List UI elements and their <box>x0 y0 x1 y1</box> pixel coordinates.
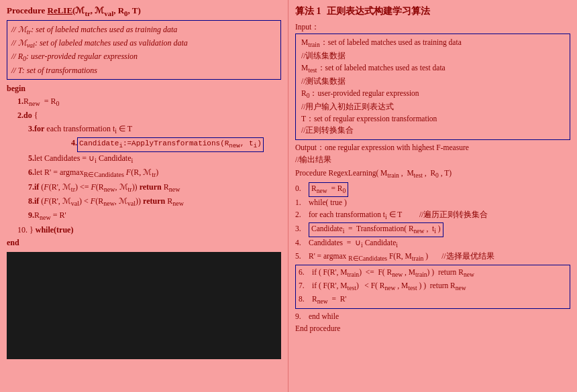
algo-num-0: 0. <box>295 183 306 195</box>
line-num-4: 4. <box>39 137 77 149</box>
algo-title-text: 正则表达式构建学习算法 <box>327 5 430 17</box>
comment-2: // ℳval: set of labeled matches used as … <box>11 37 276 50</box>
line-num-9: 9. <box>7 209 34 222</box>
algo-title-line: 算法 1 正则表达式构建学习算法 <box>295 5 570 17</box>
input-item-8: //正则转换集合 <box>301 125 564 137</box>
line-3: 3. for each transformation ti ∈ T <box>7 123 281 137</box>
algo-line-5: 5. R' = argmax R∈Candidates F(R, Mtrain … <box>295 251 570 264</box>
algo-line-1: 1. while( true ) <box>295 197 570 209</box>
line-5: 5. let Candidates = ∪i Candidatei <box>7 152 281 166</box>
line-text-6: let R' = argmaxR∈Candidates F(R, ℳtr) <box>34 166 158 180</box>
algo-num-7: 7. <box>299 280 309 292</box>
algo-line-6: 6. if ( F(R', Mtrain) <= F( Rnew , Mtrai… <box>299 267 567 280</box>
algo-text-6: if ( F(R', Mtrain) <= F( Rnew , Mtrain) … <box>312 267 474 280</box>
input-box: Mtrain：set of labeled matches used as tr… <box>295 34 570 140</box>
line-num-10: 10. <box>7 224 30 237</box>
line-num-6: 6. <box>7 166 34 179</box>
algo-num-8: 8. <box>299 293 309 306</box>
black-image-box <box>7 252 281 359</box>
algo-line-4: 4. Candidates = ∪i Candidatei <box>295 237 570 251</box>
left-panel: Procedure ReLIE(ℳtr, ℳval, R0, T) // ℳtr… <box>0 0 288 392</box>
input-label: Input： <box>295 21 570 34</box>
algo-num-2: 2. <box>295 209 306 221</box>
right-section: Input： Mtrain：set of labeled matches use… <box>295 21 570 335</box>
line-text-7: if (F(R', ℳtr) <= F(Rnew, ℳtr)) return R… <box>34 181 180 195</box>
procedure-line: Procedure RegexLearning( Mtrain , Mtest … <box>295 168 570 181</box>
algo-line-9: 9. end while <box>295 311 570 323</box>
algo-text-5: R' = argmax R∈Candidates F(R, Mtrain ) /… <box>309 251 494 264</box>
line-text-9: Rnew = R' <box>34 209 66 223</box>
line-num-7: 7. <box>7 181 34 194</box>
algo-num-3: 3. <box>295 223 306 235</box>
line-10: 10. } while(true) <box>7 224 281 237</box>
line-text-8: if (F(R', ℳval) < F(Rnew, ℳval)) return … <box>34 195 184 209</box>
line-7: 7. if (F(R', ℳtr) <= F(Rnew, ℳtr)) retur… <box>7 181 281 195</box>
algo-text-3-boxed: Candidatei = Transformation( Rnew , ti ) <box>309 222 443 237</box>
lines-6-8-box: 6. if ( F(R', Mtrain) <= F( Rnew , Mtrai… <box>295 265 570 309</box>
algo-text-2: for each transformation ti ∈ T //遍历正则转换集… <box>309 209 488 222</box>
algo-text-9: end while <box>309 311 339 323</box>
algo-text-8: Rnew = R' <box>312 293 346 307</box>
input-item-4: //测试集数据 <box>301 76 564 88</box>
line-text-5: let Candidates = ∪i Candidatei <box>34 152 133 166</box>
comment-4: // T: set of transformations <box>11 64 276 76</box>
input-item-2: //训练集数据 <box>301 50 564 62</box>
comment-lines: // ℳtr: set of labeled matches used as t… <box>11 23 276 76</box>
line-1: 1. Rnew = R0 <box>7 95 281 109</box>
algo-text-1: while( true ) <box>309 197 347 209</box>
line-num-5: 5. <box>7 152 34 165</box>
algo-num: 算法 1 <box>295 5 321 17</box>
line-text-4-boxed: Candidatei:=ApplyTransformations(Rnew, t… <box>77 137 264 152</box>
algo-num-6: 6. <box>299 267 309 279</box>
procedure-keyword: Procedure <box>7 5 48 15</box>
relie-keyword: ReLIE <box>48 5 73 15</box>
line-6: 6. let R' = argmaxR∈Candidates F(R, ℳtr) <box>7 166 281 180</box>
line-2: 2. do { <box>7 109 281 122</box>
begin-keyword: begin <box>7 82 281 95</box>
line-4: 4. Candidatei:=ApplyTransformations(Rnew… <box>7 137 281 152</box>
line-num-1: 1. <box>7 95 23 108</box>
line-text-10: } while(true) <box>30 224 73 237</box>
algo-line-7: 7. if ( F(R', Mtest) < F( Rnew , Mtest )… <box>299 280 567 293</box>
algo-line-2: 2. for each transformation ti ∈ T //遍历正则… <box>295 209 570 222</box>
comment-box: // ℳtr: set of labeled matches used as t… <box>7 20 281 80</box>
algo-text-0-boxed: Rnew = R0 <box>309 182 348 197</box>
algo-text-7: if ( F(R', Mtest) < F( Rnew , Mtest ) ) … <box>312 280 466 293</box>
comment-1: // ℳtr: set of labeled matches used as t… <box>11 23 276 37</box>
input-item-1: Mtrain：set of labeled matches used as tr… <box>301 37 564 50</box>
algo-num-9: 9. <box>295 311 306 323</box>
algo-line-0: 0. Rnew = R0 <box>295 182 570 197</box>
procedure-params: (ℳtr, ℳval, R0, T) <box>72 5 141 15</box>
procedure-title: Procedure ReLIE(ℳtr, ℳval, R0, T) <box>7 5 281 17</box>
algo-num-1: 1. <box>295 197 306 209</box>
end-procedure: End procedure <box>295 323 570 335</box>
output-comment: //输出结果 <box>295 154 570 166</box>
line-text-2: do { <box>23 109 38 122</box>
input-item-5: R0：user-provided regular expression <box>301 88 564 101</box>
right-panel: 算法 1 正则表达式构建学习算法 Input： Mtrain：set of la… <box>288 0 577 392</box>
input-item-6: //用户输入初始正则表达式 <box>301 101 564 113</box>
algo-line-8: 8. Rnew = R' <box>299 293 567 307</box>
algo-num-5: 5. <box>295 251 306 263</box>
input-item-7: T：set of regular expression transformati… <box>301 113 564 125</box>
algo-text-4: Candidates = ∪i Candidatei <box>309 237 398 251</box>
output-label: Output：one regular expression with highe… <box>295 142 570 154</box>
line-num-2: 2. <box>7 109 23 122</box>
code-block: begin 1. Rnew = R0 2. do { 3. for each t… <box>7 82 281 249</box>
algo-line-3: 3. Candidatei = Transformation( Rnew , t… <box>295 222 570 237</box>
line-text-3: for each transformation ti ∈ T <box>34 123 132 137</box>
algo-num-4: 4. <box>295 237 306 249</box>
comment-3: // R0: user-provided regular expression <box>11 50 276 64</box>
line-num-3: 3. <box>7 123 34 135</box>
line-9: 9. Rnew = R' <box>7 209 281 223</box>
line-num-8: 8. <box>7 195 34 208</box>
input-item-3: Mtest：set of labeled matches used as tes… <box>301 62 564 76</box>
line-8: 8. if (F(R', ℳval) < F(Rnew, ℳval)) retu… <box>7 195 281 209</box>
line-text-1: Rnew = R0 <box>23 95 59 109</box>
end-keyword: end <box>7 237 281 249</box>
